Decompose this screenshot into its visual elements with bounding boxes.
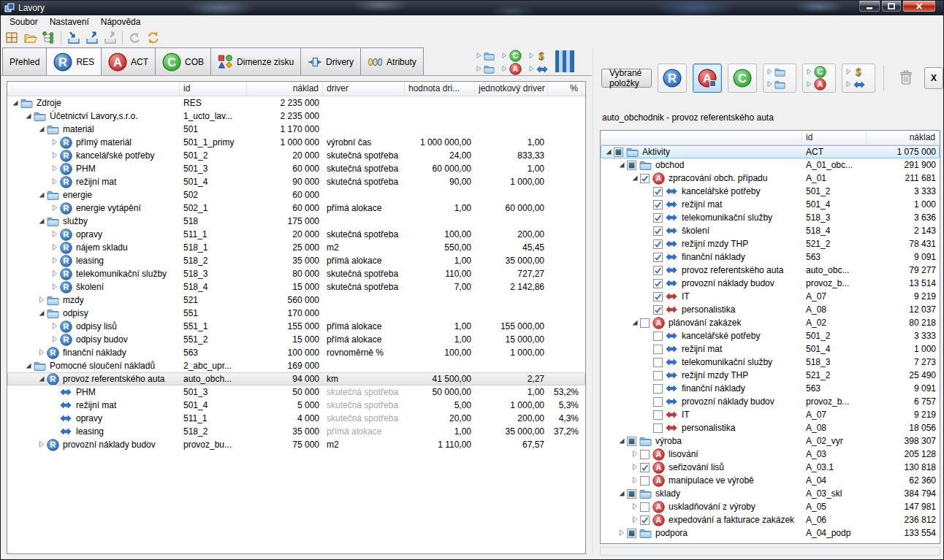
row-checkbox-checked[interactable] bbox=[653, 305, 666, 315]
tree-expander[interactable] bbox=[50, 139, 60, 146]
resource-row[interactable]: odpisy551170 000 bbox=[7, 307, 585, 320]
activity-row[interactable]: telekomunikační služby518_37 273 bbox=[601, 356, 940, 369]
export-icon[interactable] bbox=[83, 30, 101, 46]
tree-expander[interactable] bbox=[50, 244, 60, 251]
tree-expander[interactable] bbox=[604, 148, 614, 156]
resource-row[interactable]: opravy511_14 000skutečná spotřeba20,0020… bbox=[7, 412, 585, 425]
row-checkbox-partial[interactable] bbox=[627, 161, 639, 170]
tree-expander[interactable] bbox=[37, 349, 47, 356]
activity-row[interactable]: podporaA_04_podp133 554 bbox=[601, 526, 940, 540]
row-checkbox-checked[interactable] bbox=[653, 213, 666, 223]
activity-row[interactable]: telekomunikační služby518_33 636 bbox=[601, 211, 940, 224]
row-checkbox-unchecked[interactable] bbox=[640, 450, 652, 459]
tree-expander[interactable] bbox=[630, 477, 640, 484]
tree-expander[interactable] bbox=[37, 126, 47, 133]
tree-expander[interactable] bbox=[50, 165, 60, 172]
activity-row[interactable]: výrobaA_02_vyr398 307 bbox=[601, 434, 940, 448]
tree-expander[interactable] bbox=[50, 204, 60, 212]
activity-row[interactable]: režijní mzdy THP521_225 490 bbox=[601, 369, 940, 382]
cost-links-pair-button[interactable]: $ bbox=[842, 64, 875, 93]
activity-row[interactable]: AlisováníA_03205 128 bbox=[601, 448, 940, 461]
row-checkbox-unchecked[interactable] bbox=[653, 410, 666, 420]
tree-expander[interactable] bbox=[630, 450, 640, 458]
resource-row[interactable]: PHM501_350 000skutečná spotřeba50 000,00… bbox=[7, 386, 585, 399]
row-checkbox-partial[interactable] bbox=[627, 489, 639, 499]
activity-row[interactable]: Aseřizování lisůA_03.1130 818 bbox=[601, 461, 940, 474]
resource-row[interactable]: Rfinanční náklady563100 000rovnoměrně %1… bbox=[7, 346, 585, 359]
menu-soubor[interactable]: Soubor bbox=[4, 16, 44, 28]
tree-expander[interactable] bbox=[630, 516, 640, 523]
column-header-hodnota[interactable]: hodnota dri... bbox=[405, 82, 475, 96]
activity-row[interactable]: kancelářské potřeby501_23 333 bbox=[601, 329, 940, 342]
resource-row[interactable]: energie50260 000 bbox=[7, 188, 585, 202]
activity-row[interactable]: personalistikaA_0818 056 bbox=[601, 421, 940, 434]
resource-row[interactable]: Rškolení518_415 000skutečná spotřeba7,00… bbox=[7, 280, 585, 294]
tab-dimenzezisku[interactable]: Dimenze zisku bbox=[210, 47, 301, 75]
quick-cost-links-button[interactable]: $ bbox=[529, 50, 548, 74]
quick-cob-act-button[interactable]: CA bbox=[502, 50, 522, 74]
column-header-jednotkovy[interactable]: jednotkový driver bbox=[475, 82, 548, 96]
open-project-icon[interactable] bbox=[21, 30, 39, 46]
activity-row[interactable]: Amanipulace ve výroběA_0462 360 bbox=[601, 474, 940, 487]
tree-expander[interactable] bbox=[617, 490, 627, 497]
activity-row[interactable]: kancelářské potřeby501_23 333 bbox=[601, 185, 940, 198]
import-icon[interactable] bbox=[64, 30, 83, 46]
tree-expander[interactable] bbox=[617, 529, 627, 537]
row-checkbox-unchecked[interactable] bbox=[653, 384, 666, 394]
title-bar[interactable]: Lavory bbox=[1, 1, 943, 15]
activity-row[interactable]: obchodA_01_obc...291 900 bbox=[601, 158, 940, 172]
activity-row[interactable]: finanční náklady5639 091 bbox=[601, 382, 940, 395]
column-header-name[interactable] bbox=[601, 131, 802, 145]
activity-row[interactable]: ITA_079 219 bbox=[601, 290, 940, 303]
close-button[interactable] bbox=[902, 1, 936, 12]
resource-row[interactable]: Renergie vytápění502_160 000přímá alokac… bbox=[7, 202, 585, 215]
hierarchy-icon[interactable] bbox=[39, 30, 58, 46]
tree-expander[interactable] bbox=[50, 257, 60, 264]
tree-expander[interactable] bbox=[37, 310, 47, 317]
column-header-id[interactable]: id bbox=[802, 131, 867, 145]
maximize-button[interactable] bbox=[881, 1, 902, 12]
tree-expander[interactable] bbox=[617, 161, 627, 169]
resource-row[interactable]: služby518175 000 bbox=[7, 215, 585, 228]
tree-expander[interactable] bbox=[10, 99, 20, 107]
tree-expander[interactable] bbox=[50, 152, 60, 159]
activity-row[interactable]: provoz referentského autaauto_obc...79 2… bbox=[601, 264, 940, 277]
resource-row[interactable]: ZdrojeRES2 235 000 bbox=[7, 96, 585, 110]
column-header-naklad[interactable]: náklad bbox=[247, 82, 323, 96]
resource-row[interactable]: Rprovoz referentského autaauto_obch...94… bbox=[7, 372, 585, 386]
resource-row[interactable]: Účetnictví Lavory,s.r.o.1_ucto_lav...2 2… bbox=[7, 110, 585, 123]
resource-row[interactable]: materiál5011 170 000 bbox=[7, 123, 585, 136]
row-checkbox-unchecked[interactable] bbox=[653, 397, 666, 407]
tab-prehled[interactable]: Přehled bbox=[2, 47, 47, 75]
resource-row[interactable]: Pomocné sloučení nákladů2_abc_upr...169 … bbox=[7, 359, 585, 372]
tree-expander[interactable] bbox=[50, 323, 60, 330]
minimize-button[interactable] bbox=[859, 1, 880, 12]
tree-expander[interactable] bbox=[50, 270, 60, 277]
row-checkbox-partial[interactable] bbox=[627, 437, 639, 446]
resource-row[interactable]: RPHM501_360 000skutečná spotřeba60 000,0… bbox=[7, 162, 585, 175]
activity-row[interactable]: provozní náklady budovprovoz_b...6 757 bbox=[601, 395, 940, 408]
activity-row[interactable]: školení518_42 143 bbox=[601, 224, 940, 237]
tree-expander[interactable] bbox=[630, 174, 640, 182]
row-checkbox-unchecked[interactable] bbox=[640, 502, 652, 512]
tree-expander[interactable] bbox=[630, 319, 640, 326]
activity-row[interactable]: ITA_079 219 bbox=[601, 408, 940, 421]
selected-items-button[interactable]: Vybrané položky bbox=[601, 69, 652, 88]
tree-expander[interactable] bbox=[37, 191, 47, 199]
activity-row[interactable]: Aexpedování a fakturace zakázekA_06236 8… bbox=[601, 513, 940, 526]
resource-row[interactable]: Rodpisy lisů551_1155 000přímá alokace1,0… bbox=[7, 320, 585, 333]
resource-row[interactable]: Rnájem skladu518_125 000m2550,0045,45 bbox=[7, 241, 585, 254]
cob-filter-button[interactable]: C bbox=[728, 64, 757, 93]
resource-row[interactable]: režijní mat501_45 000skutečná spotřeba5,… bbox=[7, 399, 585, 412]
column-browser-icon[interactable] bbox=[555, 50, 574, 74]
tree-expander[interactable] bbox=[630, 464, 640, 471]
activity-row[interactable]: skladyA_03_skl384 794 bbox=[601, 487, 940, 500]
tab-drivery[interactable]: Drivery bbox=[300, 47, 361, 75]
row-checkbox-checked[interactable] bbox=[653, 266, 666, 275]
tree-expander[interactable] bbox=[37, 441, 47, 448]
column-header-driver[interactable]: driver bbox=[323, 82, 405, 96]
tree-expander[interactable] bbox=[23, 362, 34, 369]
row-checkbox-checked[interactable] bbox=[653, 187, 666, 196]
menu-nastaveni[interactable]: Nastavení bbox=[44, 16, 95, 28]
activity-row[interactable]: finanční náklady5639 091 bbox=[601, 250, 940, 264]
